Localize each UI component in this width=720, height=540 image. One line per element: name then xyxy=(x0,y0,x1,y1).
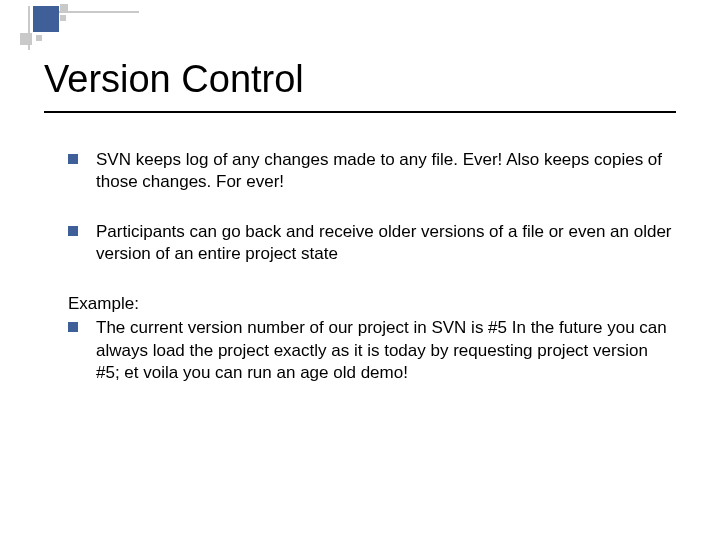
bullet-text: SVN keeps log of any changes made to any… xyxy=(96,149,676,193)
bullet-text: Participants can go back and receive old… xyxy=(96,221,676,265)
bullet-item: SVN keeps log of any changes made to any… xyxy=(68,149,676,193)
square-bullet-icon xyxy=(68,226,78,236)
bullet-text: The current version number of our projec… xyxy=(96,317,676,383)
title-underline xyxy=(44,111,676,113)
slide-body: SVN keeps log of any changes made to any… xyxy=(44,149,676,384)
slide: Version Control SVN keeps log of any cha… xyxy=(0,0,720,540)
slide-title: Version Control xyxy=(44,58,676,101)
square-bullet-icon xyxy=(68,154,78,164)
example-label: Example: xyxy=(68,293,676,315)
bullet-item: Participants can go back and receive old… xyxy=(68,221,676,265)
bullet-item: The current version number of our projec… xyxy=(68,317,676,383)
square-bullet-icon xyxy=(68,322,78,332)
